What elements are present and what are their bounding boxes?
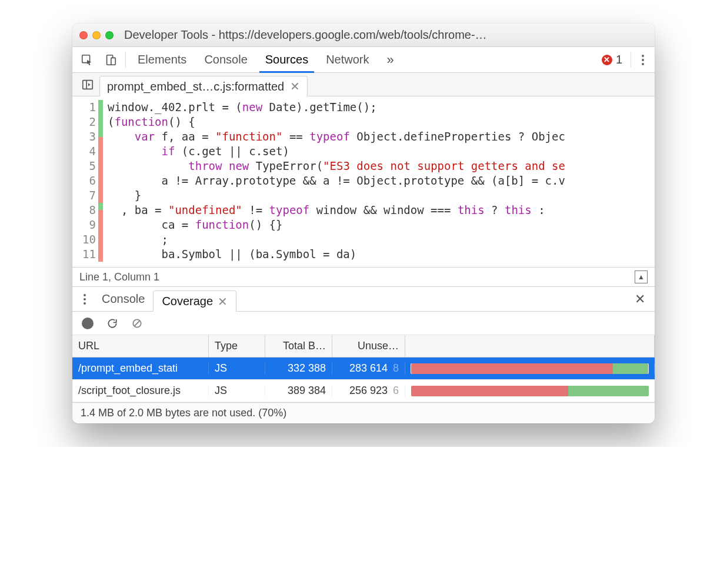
col-url[interactable]: URL	[72, 335, 209, 357]
line-number: 11	[72, 247, 96, 262]
code-line: , ba = "undefined" != typeof window && w…	[108, 203, 565, 218]
coverage-gutter	[98, 96, 103, 267]
coverage-table-header: URL Type Total B… Unuse…	[72, 335, 655, 358]
line-number: 1	[72, 100, 96, 115]
coverage-summary: 1.4 MB of 2.0 MB bytes are not used. (70…	[72, 402, 655, 423]
drawer-tabbar: Console Coverage ✕ ✕	[72, 287, 655, 312]
editor-status-bar: Line 1, Column 1 ▲	[72, 267, 655, 287]
code-lines: window._402.prlt = (new Date).getTime();…	[103, 96, 565, 267]
code-line: a != Array.prototype && a != Object.prot…	[108, 173, 565, 188]
line-number: 9	[72, 218, 96, 232]
coverage-marker	[98, 203, 103, 218]
devtools-window: Developer Tools - https://developers.goo…	[72, 24, 655, 423]
line-number-gutter: 1234567891011	[72, 96, 98, 267]
svg-rect-3	[83, 80, 93, 89]
svg-line-6	[134, 320, 140, 326]
clear-icon[interactable]	[131, 318, 143, 329]
coverage-marker	[98, 218, 103, 232]
close-file-tab-icon[interactable]: ✕	[290, 79, 300, 93]
coverage-row-type: JS	[209, 362, 265, 375]
coverage-marker	[98, 232, 103, 247]
coverage-row-bar	[405, 386, 655, 396]
coverage-marker	[98, 188, 103, 203]
line-number: 8	[72, 203, 96, 218]
coverage-marker	[98, 173, 103, 188]
close-coverage-tab-icon[interactable]: ✕	[218, 295, 228, 309]
drawer-tab-coverage-label: Coverage	[162, 295, 213, 308]
inspect-element-icon[interactable]	[76, 47, 98, 72]
toggle-drawer-icon[interactable]: ▲	[635, 270, 648, 283]
coverage-row-type: JS	[209, 385, 265, 397]
coverage-toolbar	[72, 312, 655, 335]
coverage-marker	[98, 159, 103, 173]
navigator-toggle-icon[interactable]	[76, 73, 99, 96]
line-number: 3	[72, 129, 96, 144]
coverage-row-bar	[405, 363, 655, 374]
code-line: if (c.get || c.set)	[108, 144, 565, 159]
code-line: ;	[108, 232, 565, 247]
window-minimize-button[interactable]	[92, 31, 101, 39]
coverage-table-body: /prompt_embed_statiJS332 388283 614 8/sc…	[72, 358, 655, 402]
code-line: window._402.prlt = (new Date).getTime();	[108, 100, 565, 115]
coverage-marker	[98, 100, 103, 115]
error-icon: ✕	[602, 55, 612, 65]
svg-rect-2	[111, 58, 115, 65]
drawer-tab-console[interactable]: Console	[94, 287, 153, 311]
code-editor[interactable]: 1234567891011 window._402.prlt = (new Da…	[72, 96, 655, 267]
col-visualization[interactable]	[405, 335, 655, 357]
record-button-icon[interactable]	[82, 318, 94, 329]
device-toolbar-icon[interactable]	[99, 47, 122, 72]
code-line: throw new TypeError("ES3 does not suppor…	[108, 159, 565, 173]
cursor-position: Line 1, Column 1	[79, 271, 159, 283]
line-number: 10	[72, 232, 96, 247]
drawer-tab-coverage[interactable]: Coverage ✕	[153, 290, 236, 312]
settings-menu-icon[interactable]	[635, 47, 651, 72]
coverage-row-unused: 256 923 6	[332, 385, 405, 397]
traffic-lights	[79, 31, 114, 39]
col-unused-bytes[interactable]: Unuse…	[332, 335, 405, 357]
titlebar: Developer Tools - https://developers.goo…	[72, 24, 655, 47]
coverage-row-url: /script_foot_closure.js	[72, 385, 209, 397]
col-type[interactable]: Type	[209, 335, 265, 357]
coverage-row-unused: 283 614 8	[332, 362, 405, 375]
error-count: 1	[616, 53, 622, 66]
coverage-row[interactable]: /prompt_embed_statiJS332 388283 614 8	[72, 358, 655, 380]
coverage-marker	[98, 129, 103, 144]
coverage-marker	[98, 247, 103, 262]
line-number: 4	[72, 144, 96, 159]
coverage-row[interactable]: /script_foot_closure.jsJS389 384256 923 …	[72, 380, 655, 402]
file-tab[interactable]: prompt_embed_st…c.js:formatted ✕	[99, 76, 308, 96]
main-toolbar: Elements Console Sources Network » ✕ 1	[72, 47, 655, 73]
code-line: (function() {	[108, 115, 565, 129]
line-number: 6	[72, 173, 96, 188]
line-number: 5	[72, 159, 96, 173]
tab-console[interactable]: Console	[196, 47, 255, 72]
close-drawer-icon[interactable]: ✕	[629, 287, 651, 311]
tab-elements[interactable]: Elements	[129, 47, 195, 72]
code-line: ca = function() {}	[108, 218, 565, 232]
file-tab-label: prompt_embed_st…c.js:formatted	[107, 80, 284, 93]
window-close-button[interactable]	[79, 31, 88, 39]
tabs-overflow-button[interactable]: »	[379, 47, 402, 72]
error-indicator[interactable]: ✕ 1	[597, 47, 627, 72]
coverage-row-url: /prompt_embed_stati	[72, 362, 209, 375]
code-line: ba.Symbol || (ba.Symbol = da)	[108, 247, 565, 262]
line-number: 2	[72, 115, 96, 129]
code-line: }	[108, 188, 565, 203]
coverage-row-total: 332 388	[265, 362, 332, 375]
code-line: var f, aa = "function" == typeof Object.…	[108, 129, 565, 144]
tab-sources[interactable]: Sources	[257, 47, 316, 72]
col-total-bytes[interactable]: Total B…	[265, 335, 332, 357]
reload-icon[interactable]	[106, 318, 118, 329]
coverage-marker	[98, 144, 103, 159]
window-title: Developer Tools - https://developers.goo…	[124, 28, 648, 42]
coverage-marker	[98, 115, 103, 129]
coverage-row-total: 389 384	[265, 385, 332, 397]
sources-tabbar: prompt_embed_st…c.js:formatted ✕	[72, 73, 655, 96]
window-zoom-button[interactable]	[105, 31, 114, 39]
line-number: 7	[72, 188, 96, 203]
tab-network[interactable]: Network	[318, 47, 377, 72]
drawer-menu-icon[interactable]	[76, 287, 94, 311]
